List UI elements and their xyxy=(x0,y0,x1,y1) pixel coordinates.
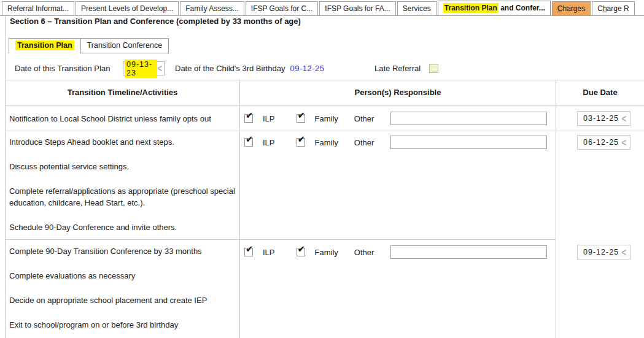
table-row-2-persons: ✔ ILP ✔ Family Other xyxy=(239,135,556,150)
table-row-3-activities: Complete 90-Day Transition Conference by… xyxy=(9,245,238,338)
main-tab-bar: Referral Informat... Present Levels of D… xyxy=(0,0,644,16)
due-date-field-3[interactable]: 09-12-25 < xyxy=(577,245,630,259)
transition-plan-page: Referral Informat... Present Levels of D… xyxy=(0,0,644,338)
tab-services[interactable]: Services xyxy=(397,1,436,15)
third-birthday-group: Date of the Child's 3rd Birthday 09-12-2… xyxy=(175,61,325,75)
check-icon: ✔ xyxy=(298,110,306,121)
chevron-left-icon[interactable]: < xyxy=(621,247,627,258)
late-referral-label: Late Referral xyxy=(374,64,421,73)
due-date-value: 09-12-25 xyxy=(583,248,619,256)
tab-label-pre: C xyxy=(597,4,603,13)
other-input[interactable] xyxy=(390,136,547,149)
check-icon: ✔ xyxy=(246,134,254,145)
search-highlight: Transition Plan xyxy=(443,3,499,13)
ilp-label: ILP xyxy=(263,114,275,123)
activity-text: Notification to Local School District un… xyxy=(9,113,238,125)
subtab-label: Transition Plan xyxy=(15,40,74,50)
late-referral-group: Late Referral xyxy=(374,61,438,75)
column-divider-2 xyxy=(556,80,556,338)
late-referral-checkbox[interactable] xyxy=(429,64,438,73)
tab-present-levels[interactable]: Present Levels of Develop... xyxy=(76,1,179,15)
ilp-checkbox[interactable]: ✔ xyxy=(244,248,253,256)
accesskey-underline: C xyxy=(557,4,563,13)
table-row-1-persons: ✔ ILP ✔ Family Other xyxy=(239,111,556,126)
activity-text: Discuss potential service settings. xyxy=(9,161,238,172)
ilp-checkbox[interactable]: ✔ xyxy=(244,114,253,123)
table-row-3-persons: ✔ ILP ✔ Family Other xyxy=(239,245,556,259)
header-persons-responsible: Person(s) Responsible xyxy=(240,88,556,97)
other-label: Other xyxy=(354,114,374,123)
check-icon: ✔ xyxy=(298,244,306,255)
family-label: Family xyxy=(315,248,338,257)
table-row-1-activities: Notification to Local School District un… xyxy=(9,113,238,137)
due-date-field-1[interactable]: 03-12-25 < xyxy=(577,111,630,126)
ilp-label: ILP xyxy=(263,138,275,147)
tab-referral-information[interactable]: Referral Informat... xyxy=(2,1,74,15)
accesskey-underline: h xyxy=(603,4,607,13)
due-date-field-2[interactable]: 06-12-25 < xyxy=(577,135,630,150)
chevron-left-icon[interactable]: < xyxy=(621,113,627,124)
tab-ifsp-goals-family[interactable]: IFSP Goals for FA... xyxy=(319,1,395,15)
other-label: Other xyxy=(354,248,374,257)
due-date-value: 06-12-25 xyxy=(583,138,619,147)
header-due-date: Due Date xyxy=(556,88,644,97)
third-birthday-value: 09-12-25 xyxy=(290,64,325,73)
family-checkbox[interactable]: ✔ xyxy=(297,114,305,123)
subtab-label: Transition Conference xyxy=(87,41,163,50)
tab-ifsp-goals-child[interactable]: IFSP Goals for C... xyxy=(246,1,318,15)
family-label: Family xyxy=(315,138,338,147)
table-row-2-activities: Introduce Steps Ahead booklet and next s… xyxy=(9,136,238,246)
activity-text: Complete evaluations as necessary xyxy=(9,270,238,282)
tab-family-assessment[interactable]: Family Assess... xyxy=(180,1,244,15)
tab-label-rest: harges xyxy=(563,4,586,13)
check-icon: ✔ xyxy=(298,134,306,145)
chevron-left-icon[interactable]: < xyxy=(621,137,627,148)
other-input[interactable] xyxy=(390,245,547,259)
page-frame-border xyxy=(5,16,6,338)
activity-text: Complete 90-Day Transition Conference by… xyxy=(9,245,238,257)
tab-charge-review[interactable]: Charge R xyxy=(592,1,634,15)
check-icon: ✔ xyxy=(246,110,254,121)
tab-label-rest: and Confer... xyxy=(499,4,545,12)
section-title: Section 6 – Transition Plan and Conferen… xyxy=(10,17,301,26)
tab-label-rest: arge R xyxy=(607,4,629,13)
other-input[interactable] xyxy=(390,112,547,125)
ilp-label: ILP xyxy=(263,248,275,257)
family-label: Family xyxy=(315,114,338,123)
tab-transition-plan-conference[interactable]: Transition Plan and Confer... xyxy=(438,1,551,16)
header-bottom-border xyxy=(5,105,644,106)
activity-text: Introduce Steps Ahead booklet and next s… xyxy=(9,136,238,148)
transition-plan-date-field[interactable]: 09-13-23 < xyxy=(123,61,165,75)
family-checkbox[interactable]: ✔ xyxy=(297,248,305,256)
activity-text: Schedule 90-Day Conference and invite ot… xyxy=(9,221,238,233)
header-activities: Transition Timeline/Activities xyxy=(6,88,239,97)
tab-charges[interactable]: Charges xyxy=(552,1,591,15)
due-date-value: 03-12-25 xyxy=(583,114,619,123)
check-icon: ✔ xyxy=(246,244,254,255)
subtab-transition-plan[interactable]: Transition Plan xyxy=(9,38,81,53)
chevron-left-icon[interactable]: < xyxy=(157,63,162,74)
family-checkbox[interactable]: ✔ xyxy=(297,138,305,147)
ilp-checkbox[interactable]: ✔ xyxy=(244,138,253,147)
sub-tab-bar: Transition Plan Transition Conference xyxy=(9,38,169,53)
transition-plan-date-label: Date of this Transition Plan xyxy=(15,61,110,75)
other-label: Other xyxy=(354,138,374,147)
activity-text: Decide on appropriate school placement a… xyxy=(9,294,238,306)
activity-text: Complete referral/applications as approp… xyxy=(9,185,238,209)
transition-plan-date-value: 09-13-23 xyxy=(125,60,157,78)
table-top-border xyxy=(5,80,644,80)
activity-text: Exit to school/program on or before 3rd … xyxy=(9,319,238,331)
subtab-transition-conference[interactable]: Transition Conference xyxy=(80,38,169,53)
third-birthday-label: Date of the Child's 3rd Birthday xyxy=(175,64,285,73)
